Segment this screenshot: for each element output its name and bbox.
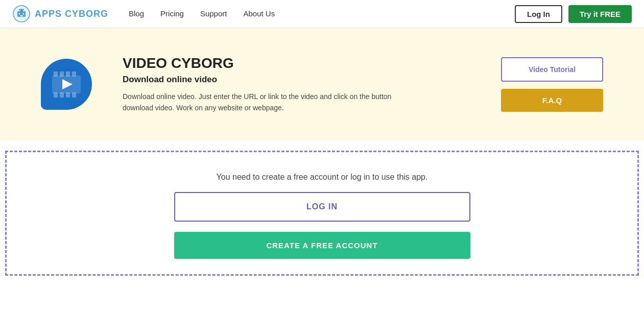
navbar: APPS CYBORG Blog Pricing Support About U… [0, 0, 644, 28]
video-play-icon [51, 70, 82, 99]
nav-pricing[interactable]: Pricing [160, 9, 184, 18]
navbar-actions: Log In Try it FREE [515, 5, 632, 23]
nav-about[interactable]: About Us [243, 9, 275, 18]
faq-button[interactable]: F.A.Q [501, 89, 603, 112]
hero-description: Download online video. Just enter the UR… [123, 91, 419, 114]
svg-point-5 [19, 13, 20, 15]
video-tutorial-button[interactable]: Video Tutorial [501, 57, 603, 82]
nav-links: Blog Pricing Support About Us [129, 9, 515, 18]
nav-support[interactable]: Support [200, 9, 227, 18]
svg-rect-16 [66, 92, 70, 98]
svg-rect-17 [72, 92, 76, 98]
nav-blog[interactable]: Blog [129, 9, 144, 18]
auth-section: You need to create a free account or log… [5, 151, 639, 276]
svg-point-6 [23, 13, 25, 15]
hero-icon-wrapper [41, 59, 92, 110]
auth-message: You need to create a free account or log… [217, 173, 428, 182]
svg-rect-15 [60, 92, 64, 98]
brand-logo-icon [12, 5, 31, 23]
auth-login-button[interactable]: LOG IN [174, 192, 470, 222]
hero-actions: Video Tutorial F.A.Q [501, 57, 603, 112]
brand-name: APPS CYBORG [35, 9, 108, 19]
brand-link[interactable]: APPS CYBORG [12, 5, 108, 23]
hero-content: VIDEO CYBORG Download online video Downl… [123, 55, 470, 114]
login-button[interactable]: Log In [515, 5, 562, 23]
video-bubble-icon [41, 59, 92, 110]
svg-point-2 [20, 9, 23, 12]
try-free-button[interactable]: Try it FREE [568, 5, 632, 23]
hero-subtitle: Download online video [123, 75, 470, 85]
svg-rect-14 [54, 92, 58, 98]
hero-section: VIDEO CYBORG Download online video Downl… [0, 28, 644, 140]
svg-rect-7 [20, 15, 23, 16]
hero-title: VIDEO CYBORG [123, 55, 470, 71]
create-account-button[interactable]: CREATE A FREE ACCOUNT [174, 232, 470, 259]
